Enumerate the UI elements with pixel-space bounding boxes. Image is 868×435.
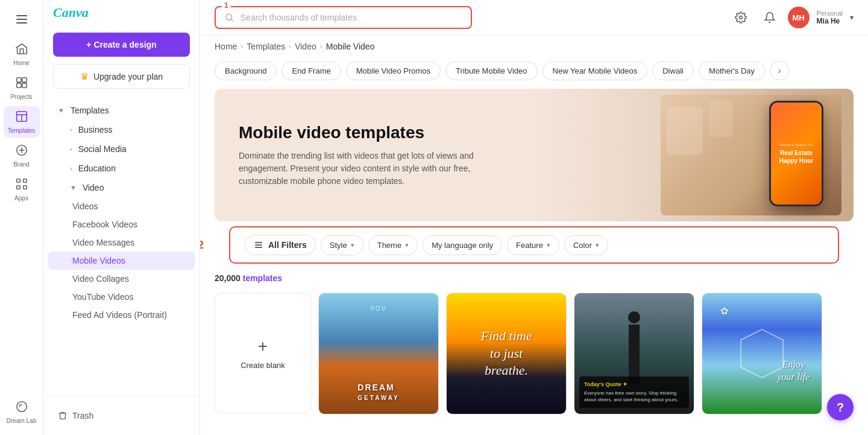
breadcrumb-video[interactable]: Video (295, 42, 316, 51)
nav-video-collages[interactable]: Video Collages (48, 270, 195, 288)
user-name: Mia He (817, 17, 843, 25)
avatar[interactable]: MH (788, 7, 810, 28)
svg-rect-4 (22, 78, 26, 82)
template-card-quote[interactable]: Today's Quote ✦ Everyone has their own s… (574, 293, 694, 414)
sidebar-item-apps[interactable]: Apps (4, 174, 40, 205)
nav-social-media-label: Social Media (78, 144, 127, 154)
nav-business[interactable]: › Business (48, 120, 195, 139)
search-label-annotation: 1 (222, 1, 231, 10)
svg-rect-14 (23, 186, 27, 189)
chip-new-year-mobile-videos[interactable]: New Year Mobile Videos (542, 62, 648, 80)
chevron-right-icon: › (70, 145, 72, 153)
card-breathe-text: Find timeto justbreathe. (481, 328, 532, 379)
crown-icon: ♛ (80, 71, 89, 82)
chip-mobile-video-promos[interactable]: Mobile Video Promos (346, 62, 441, 80)
all-filters-button[interactable]: All Filters (245, 235, 316, 255)
left-panel: Canva + Create a design ♛ Upgrade your p… (43, 0, 200, 435)
style-filter-label: Style (330, 241, 347, 250)
user-dropdown-icon[interactable]: ▾ (850, 13, 854, 22)
template-card-breathe[interactable]: Find timeto justbreathe. (446, 293, 567, 414)
feature-filter-button[interactable]: Feature ▾ (507, 235, 559, 255)
help-button[interactable]: ? (827, 394, 854, 421)
user-info[interactable]: Personal Mia He (817, 10, 843, 25)
chips-container: Background End Frame Mobile Video Promos… (200, 57, 868, 84)
breadcrumb-sep-2: › (289, 42, 291, 51)
content-area: Home › Templates › Video › Mobile Video … (200, 36, 868, 435)
sidebar-item-projects[interactable]: Projects (4, 72, 40, 104)
color-filter-label: Color (573, 241, 592, 250)
dreamlab-icon (15, 400, 28, 416)
chevron-right-icon: › (70, 126, 72, 133)
style-filter-button[interactable]: Style ▾ (321, 235, 363, 255)
nav-feed-ad-videos-label: Feed Ad Videos (Portrait) (72, 310, 167, 320)
nav-youtube-videos[interactable]: YouTube Videos (48, 288, 195, 306)
template-card-mountains[interactable]: Enjoyyour life ✿ (702, 293, 822, 414)
hamburger-menu[interactable] (10, 7, 34, 31)
settings-button[interactable] (730, 7, 752, 28)
nav-mobile-videos-label: Mobile Videos (72, 256, 125, 265)
trash-button[interactable]: Trash (53, 406, 190, 425)
chip-background[interactable]: Background (215, 62, 277, 80)
count-label-link[interactable]: templates (243, 273, 282, 283)
notification-button[interactable] (759, 7, 781, 28)
breadcrumb-home[interactable]: Home (215, 42, 237, 51)
sidebar-item-templates[interactable]: Templates (4, 106, 40, 138)
template-card-breathe-bg: Find timeto justbreathe. (447, 293, 566, 414)
sidebar-projects-label: Projects (10, 94, 32, 100)
chips-more-button[interactable]: › (770, 61, 789, 80)
sidebar-item-home[interactable]: Home (4, 39, 40, 70)
nav-video-messages[interactable]: Video Messages (48, 233, 195, 252)
annotation-2: 2 (200, 239, 204, 252)
projects-icon (15, 76, 28, 92)
nav-education[interactable]: › Education (48, 159, 195, 178)
nav-video[interactable]: ▼ Video (48, 178, 195, 197)
chevron-down-icon: ▼ (70, 184, 77, 191)
breadcrumb-templates[interactable]: Templates (247, 42, 285, 51)
template-card-quote-bg: Today's Quote ✦ Everyone has their own s… (574, 293, 694, 414)
filter-icon (254, 240, 263, 250)
nav-social-media[interactable]: › Social Media (48, 139, 195, 159)
nav-education-label: Education (78, 164, 116, 173)
upgrade-label: Upgrade your plan (93, 72, 163, 81)
phone-brand: Tharve & Spaces Inc. (779, 143, 813, 147)
card-quote-title: Today's Quote ✦ (584, 381, 684, 387)
create-blank-card[interactable]: + Create blank (215, 293, 311, 413)
sidebar-item-brand[interactable]: Brand (4, 140, 40, 171)
chip-end-frame[interactable]: End Frame (281, 62, 341, 80)
breadcrumb-sep-1: › (241, 42, 243, 51)
create-design-button[interactable]: + Create a design (53, 33, 190, 57)
color-filter-button[interactable]: Color ▾ (564, 235, 608, 255)
sidebar-item-dreamlab[interactable]: Dream Lab (4, 396, 40, 428)
nav-video-label: Video (83, 183, 104, 192)
chevron-right-icon: › (70, 165, 72, 172)
nav-templates[interactable]: ▼ Templates (48, 101, 195, 120)
chevron-down-icon: ▼ (58, 107, 64, 114)
filter-bar-wrapper: 2 All Filters Style ▾ Theme ▾ My languag… (215, 226, 854, 264)
hero-image-area: Tharve & Spaces Inc. Real EstateHappy Ho… (534, 89, 854, 221)
theme-filter-button[interactable]: Theme ▾ (368, 235, 418, 255)
card-mountains-overlay: Enjoyyour life ✿ (702, 293, 822, 414)
sidebar-home-label: Home (13, 60, 30, 66)
nav-facebook-videos[interactable]: Facebook Videos (48, 215, 195, 233)
header: 1 MH Personal Mia He ▾ (200, 0, 868, 36)
language-filter-button[interactable]: My language only (423, 235, 502, 255)
sidebar-dreamlab-label: Dream Lab (7, 418, 36, 424)
nav-videos[interactable]: Videos (48, 197, 195, 215)
nav-video-messages-label: Video Messages (72, 238, 134, 247)
nav-business-label: Business (78, 125, 113, 135)
nav-mobile-videos[interactable]: Mobile Videos (48, 252, 195, 270)
upgrade-plan-button[interactable]: ♛ Upgrade your plan (53, 64, 190, 89)
template-card-dream[interactable]: POV DREAMGETAWAY (318, 293, 439, 414)
nav-feed-ad-videos[interactable]: Feed Ad Videos (Portrait) (48, 306, 195, 324)
breadcrumb: Home › Templates › Video › Mobile Video (200, 36, 868, 57)
canva-logo[interactable]: Canva (43, 0, 200, 25)
trash-label: Trash (72, 411, 93, 421)
card-breathe-overlay: Find timeto justbreathe. (447, 293, 566, 414)
chip-mothers-day[interactable]: Mother's Day (699, 62, 765, 80)
chip-diwali[interactable]: Diwali (652, 62, 694, 80)
breadcrumb-sep-3: › (320, 42, 322, 51)
card-quote-box: Today's Quote ✦ Everyone has their own s… (579, 376, 689, 408)
chip-tribute-mobile-video[interactable]: Tribute Mobile Video (445, 62, 538, 80)
search-input[interactable] (241, 13, 463, 22)
templates-grid: + Create blank POV DREAMGETAWAY Find (200, 288, 868, 424)
